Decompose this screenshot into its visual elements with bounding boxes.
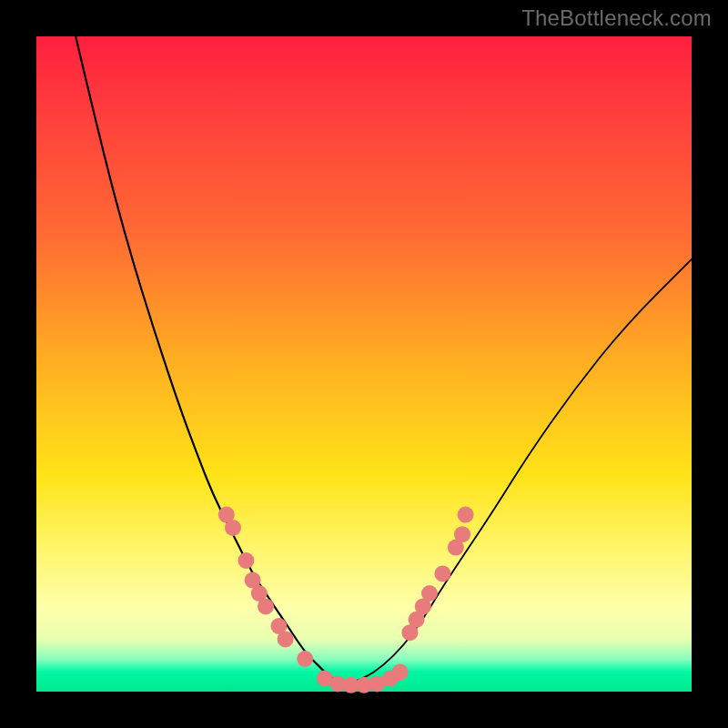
data-dot — [225, 520, 241, 536]
curve-right-branch — [344, 259, 692, 685]
data-dot — [238, 552, 254, 569]
data-dot — [392, 663, 409, 680]
chart-frame: TheBottleneck.com — [0, 0, 728, 728]
data-dot — [297, 651, 313, 667]
data-dot — [458, 507, 474, 523]
data-dot — [258, 598, 274, 614]
chart-overlay — [36, 36, 692, 692]
data-dot — [454, 526, 470, 542]
curve-left-branch — [76, 36, 344, 685]
data-dot — [278, 631, 294, 647]
data-dot — [434, 565, 450, 581]
data-dots-bottom — [317, 663, 409, 693]
data-dots-right — [401, 507, 473, 642]
data-dot — [421, 585, 438, 602]
watermark-text: TheBottleneck.com — [521, 5, 712, 31]
